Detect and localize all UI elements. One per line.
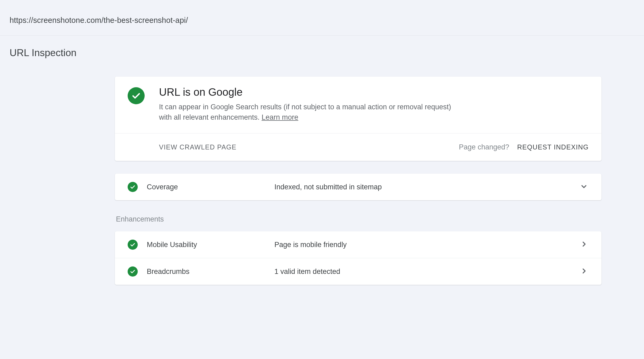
url-bar: https://screenshotone.com/the-best-scree… [0, 0, 644, 36]
check-icon [128, 182, 138, 192]
inspected-url[interactable]: https://screenshotone.com/the-best-scree… [10, 16, 634, 25]
chevron-down-icon [579, 182, 589, 192]
view-crawled-page-button[interactable]: VIEW CRAWLED PAGE [159, 143, 237, 151]
check-icon [128, 87, 145, 104]
coverage-label: Coverage [147, 183, 274, 191]
breadcrumbs-row[interactable]: Breadcrumbs 1 valid item detected [115, 258, 601, 285]
coverage-card: Coverage Indexed, not submitted in sitem… [115, 174, 601, 200]
mobile-usability-row[interactable]: Mobile Usability Page is mobile friendly [115, 231, 601, 258]
check-icon [128, 266, 138, 277]
mobile-usability-label: Mobile Usability [147, 241, 274, 249]
page-title: URL Inspection [0, 36, 644, 59]
status-card-actions: VIEW CRAWLED PAGE Page changed? REQUEST … [115, 133, 601, 161]
breadcrumbs-value: 1 valid item detected [274, 268, 579, 276]
enhancements-card: Mobile Usability Page is mobile friendly… [115, 231, 601, 285]
mobile-usability-value: Page is mobile friendly [274, 241, 579, 249]
status-card-main: URL is on Google It can appear in Google… [115, 77, 601, 133]
status-description: It can appear in Google Search results (… [159, 102, 451, 123]
learn-more-link[interactable]: Learn more [262, 113, 298, 121]
coverage-row[interactable]: Coverage Indexed, not submitted in sitem… [115, 174, 601, 200]
status-text: URL is on Google It can appear in Google… [159, 86, 451, 123]
check-icon [128, 240, 138, 250]
coverage-value: Indexed, not submitted in sitemap [274, 183, 579, 191]
status-title: URL is on Google [159, 86, 451, 98]
enhancements-heading: Enhancements [116, 215, 601, 223]
status-card: URL is on Google It can appear in Google… [115, 77, 601, 161]
page-changed-label: Page changed? [459, 143, 509, 151]
breadcrumbs-label: Breadcrumbs [147, 268, 274, 276]
request-indexing-button[interactable]: REQUEST INDEXING [517, 143, 589, 151]
chevron-right-icon [579, 239, 589, 250]
chevron-right-icon [579, 266, 589, 277]
